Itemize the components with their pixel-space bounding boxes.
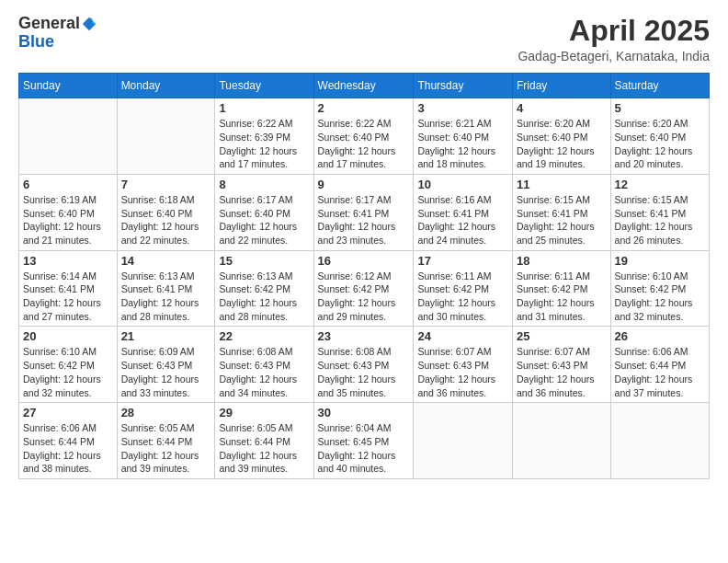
col-thursday: Thursday bbox=[414, 74, 513, 98]
day-number: 18 bbox=[517, 254, 607, 268]
day-number: 2 bbox=[318, 101, 410, 115]
table-row: 20Sunrise: 6:10 AM Sunset: 6:42 PM Dayli… bbox=[19, 327, 118, 403]
table-row: 21Sunrise: 6:09 AM Sunset: 6:43 PM Dayli… bbox=[117, 327, 215, 403]
day-number: 29 bbox=[219, 406, 309, 419]
day-info: Sunrise: 6:10 AM Sunset: 6:42 PM Dayligh… bbox=[23, 345, 113, 399]
day-info: Sunrise: 6:22 AM Sunset: 6:39 PM Dayligh… bbox=[219, 117, 309, 171]
table-row: 26Sunrise: 6:06 AM Sunset: 6:44 PM Dayli… bbox=[610, 327, 709, 403]
day-number: 26 bbox=[615, 329, 705, 343]
logo-general-text: General bbox=[18, 15, 80, 33]
day-number: 23 bbox=[318, 329, 410, 343]
day-info: Sunrise: 6:15 AM Sunset: 6:41 PM Dayligh… bbox=[615, 193, 705, 247]
day-number: 30 bbox=[318, 406, 410, 419]
table-row: 23Sunrise: 6:08 AM Sunset: 6:43 PM Dayli… bbox=[313, 327, 414, 403]
day-number: 24 bbox=[417, 329, 508, 343]
day-number: 11 bbox=[517, 178, 607, 191]
calendar-table: Sunday Monday Tuesday Wednesday Thursday… bbox=[18, 73, 710, 479]
table-row: 16Sunrise: 6:12 AM Sunset: 6:42 PM Dayli… bbox=[313, 250, 414, 327]
day-number: 14 bbox=[121, 254, 211, 268]
day-number: 25 bbox=[517, 329, 607, 343]
table-row: 18Sunrise: 6:11 AM Sunset: 6:42 PM Dayli… bbox=[512, 250, 610, 327]
day-info: Sunrise: 6:12 AM Sunset: 6:42 PM Dayligh… bbox=[318, 270, 410, 324]
day-number: 5 bbox=[615, 101, 705, 115]
day-number: 27 bbox=[23, 406, 113, 419]
table-row: 24Sunrise: 6:07 AM Sunset: 6:43 PM Dayli… bbox=[414, 327, 513, 403]
table-row: 8Sunrise: 6:17 AM Sunset: 6:40 PM Daylig… bbox=[215, 174, 313, 250]
table-row: 14Sunrise: 6:13 AM Sunset: 6:41 PM Dayli… bbox=[117, 250, 215, 327]
table-row bbox=[117, 98, 215, 175]
day-info: Sunrise: 6:22 AM Sunset: 6:40 PM Dayligh… bbox=[318, 117, 410, 171]
day-info: Sunrise: 6:06 AM Sunset: 6:44 PM Dayligh… bbox=[23, 421, 113, 476]
day-info: Sunrise: 6:17 AM Sunset: 6:41 PM Dayligh… bbox=[318, 193, 410, 247]
day-number: 4 bbox=[517, 101, 607, 115]
table-row: 19Sunrise: 6:10 AM Sunset: 6:42 PM Dayli… bbox=[610, 250, 709, 327]
day-info: Sunrise: 6:13 AM Sunset: 6:41 PM Dayligh… bbox=[121, 270, 211, 324]
table-row: 7Sunrise: 6:18 AM Sunset: 6:40 PM Daylig… bbox=[117, 174, 215, 250]
day-number: 28 bbox=[121, 406, 211, 419]
table-row: 6Sunrise: 6:19 AM Sunset: 6:40 PM Daylig… bbox=[19, 174, 118, 250]
table-row: 5Sunrise: 6:20 AM Sunset: 6:40 PM Daylig… bbox=[610, 98, 709, 175]
day-info: Sunrise: 6:20 AM Sunset: 6:40 PM Dayligh… bbox=[615, 117, 705, 171]
day-info: Sunrise: 6:16 AM Sunset: 6:41 PM Dayligh… bbox=[417, 193, 508, 247]
table-row: 4Sunrise: 6:20 AM Sunset: 6:40 PM Daylig… bbox=[512, 98, 610, 175]
day-number: 1 bbox=[219, 101, 309, 115]
day-info: Sunrise: 6:09 AM Sunset: 6:43 PM Dayligh… bbox=[121, 345, 211, 399]
day-number: 7 bbox=[121, 178, 211, 191]
day-number: 15 bbox=[219, 254, 309, 268]
day-number: 22 bbox=[219, 329, 309, 343]
table-row: 15Sunrise: 6:13 AM Sunset: 6:42 PM Dayli… bbox=[215, 250, 313, 327]
day-number: 8 bbox=[219, 178, 309, 191]
day-info: Sunrise: 6:08 AM Sunset: 6:43 PM Dayligh… bbox=[318, 345, 410, 399]
title-block: April 2025 Gadag-Betageri, Karnataka, In… bbox=[518, 15, 710, 63]
day-info: Sunrise: 6:06 AM Sunset: 6:44 PM Dayligh… bbox=[615, 345, 705, 399]
day-info: Sunrise: 6:14 AM Sunset: 6:41 PM Dayligh… bbox=[23, 270, 113, 324]
calendar-week-row: 13Sunrise: 6:14 AM Sunset: 6:41 PM Dayli… bbox=[19, 250, 710, 327]
table-row: 12Sunrise: 6:15 AM Sunset: 6:41 PM Dayli… bbox=[610, 174, 709, 250]
day-number: 10 bbox=[417, 178, 508, 191]
col-monday: Monday bbox=[117, 74, 215, 98]
day-info: Sunrise: 6:17 AM Sunset: 6:40 PM Dayligh… bbox=[219, 193, 309, 247]
calendar-header-row: Sunday Monday Tuesday Wednesday Thursday… bbox=[19, 74, 710, 98]
table-row: 27Sunrise: 6:06 AM Sunset: 6:44 PM Dayli… bbox=[19, 403, 118, 479]
day-info: Sunrise: 6:15 AM Sunset: 6:41 PM Dayligh… bbox=[517, 193, 607, 247]
location: Gadag-Betageri, Karnataka, India bbox=[518, 49, 710, 63]
table-row: 17Sunrise: 6:11 AM Sunset: 6:42 PM Dayli… bbox=[414, 250, 513, 327]
table-row bbox=[414, 403, 513, 479]
day-info: Sunrise: 6:04 AM Sunset: 6:45 PM Dayligh… bbox=[318, 421, 410, 476]
day-info: Sunrise: 6:21 AM Sunset: 6:40 PM Dayligh… bbox=[417, 117, 508, 171]
day-number: 17 bbox=[417, 254, 508, 268]
day-info: Sunrise: 6:07 AM Sunset: 6:43 PM Dayligh… bbox=[517, 345, 607, 399]
table-row: 3Sunrise: 6:21 AM Sunset: 6:40 PM Daylig… bbox=[414, 98, 513, 175]
col-sunday: Sunday bbox=[19, 74, 118, 98]
calendar-week-row: 27Sunrise: 6:06 AM Sunset: 6:44 PM Dayli… bbox=[19, 403, 710, 479]
table-row bbox=[610, 403, 709, 479]
table-row: 28Sunrise: 6:05 AM Sunset: 6:44 PM Dayli… bbox=[117, 403, 215, 479]
logo-blue-text: Blue bbox=[18, 32, 54, 51]
table-row: 29Sunrise: 6:05 AM Sunset: 6:44 PM Dayli… bbox=[215, 403, 313, 479]
logo-icon bbox=[81, 16, 97, 32]
col-saturday: Saturday bbox=[610, 74, 709, 98]
calendar-week-row: 6Sunrise: 6:19 AM Sunset: 6:40 PM Daylig… bbox=[19, 174, 710, 250]
logo: General Blue bbox=[18, 15, 98, 52]
table-row: 1Sunrise: 6:22 AM Sunset: 6:39 PM Daylig… bbox=[215, 98, 313, 175]
table-row: 11Sunrise: 6:15 AM Sunset: 6:41 PM Dayli… bbox=[512, 174, 610, 250]
table-row: 2Sunrise: 6:22 AM Sunset: 6:40 PM Daylig… bbox=[313, 98, 414, 175]
table-row: 22Sunrise: 6:08 AM Sunset: 6:43 PM Dayli… bbox=[215, 327, 313, 403]
calendar-week-row: 20Sunrise: 6:10 AM Sunset: 6:42 PM Dayli… bbox=[19, 327, 710, 403]
col-wednesday: Wednesday bbox=[313, 74, 414, 98]
table-row: 9Sunrise: 6:17 AM Sunset: 6:41 PM Daylig… bbox=[313, 174, 414, 250]
header: General Blue April 2025 Gadag-Betageri, … bbox=[18, 15, 710, 63]
table-row: 10Sunrise: 6:16 AM Sunset: 6:41 PM Dayli… bbox=[414, 174, 513, 250]
day-number: 12 bbox=[615, 178, 705, 191]
table-row: 30Sunrise: 6:04 AM Sunset: 6:45 PM Dayli… bbox=[313, 403, 414, 479]
month-title: April 2025 bbox=[518, 15, 710, 47]
day-info: Sunrise: 6:05 AM Sunset: 6:44 PM Dayligh… bbox=[121, 421, 211, 476]
day-info: Sunrise: 6:18 AM Sunset: 6:40 PM Dayligh… bbox=[121, 193, 211, 247]
day-info: Sunrise: 6:05 AM Sunset: 6:44 PM Dayligh… bbox=[219, 421, 309, 476]
day-number: 13 bbox=[23, 254, 113, 268]
table-row bbox=[512, 403, 610, 479]
col-tuesday: Tuesday bbox=[215, 74, 313, 98]
day-number: 19 bbox=[615, 254, 705, 268]
day-number: 6 bbox=[23, 178, 113, 191]
day-info: Sunrise: 6:10 AM Sunset: 6:42 PM Dayligh… bbox=[615, 270, 705, 324]
